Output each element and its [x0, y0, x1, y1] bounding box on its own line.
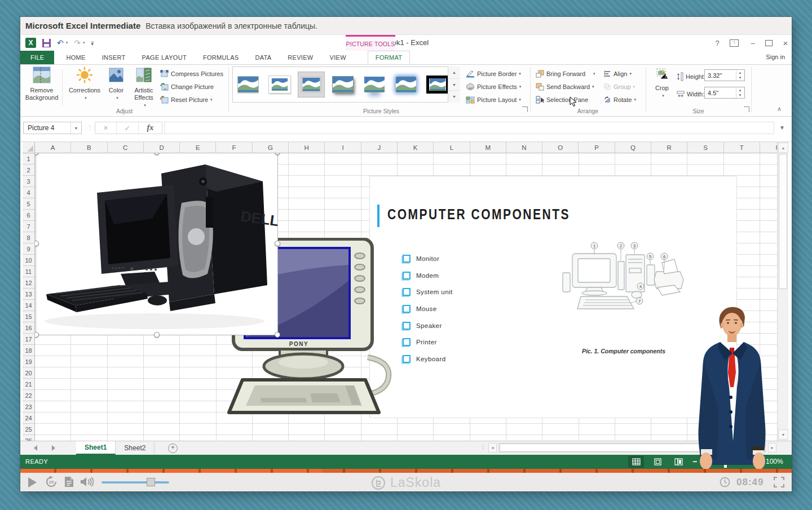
reset-picture-button[interactable]: Reset Picture ▾: [160, 94, 213, 105]
enter-icon[interactable]: ✓: [117, 122, 138, 134]
minimize-icon[interactable]: –: [747, 37, 759, 48]
sheet-tab-sheet1[interactable]: Sheet1: [76, 441, 116, 455]
gallery-more-icon[interactable]: ▼: [448, 91, 460, 103]
sheet-nav-right-icon[interactable]: [52, 445, 55, 451]
row-header-21[interactable]: 21: [23, 379, 35, 390]
column-header-T[interactable]: T: [724, 142, 760, 153]
volume-slider-track[interactable]: [102, 481, 169, 484]
ribbon-tab-formulas[interactable]: FORMULAS: [196, 51, 246, 64]
picture-styles-dialog-launcher-icon[interactable]: [522, 107, 528, 112]
height-spinner[interactable]: ▲▼: [736, 70, 744, 81]
ribbon-display-options-icon[interactable]: ↑: [728, 37, 740, 48]
collapse-ribbon-icon[interactable]: ∧: [777, 105, 782, 113]
size-dialog-launcher-icon[interactable]: [744, 107, 749, 112]
player-progress-bar[interactable]: [20, 469, 792, 473]
column-header-G[interactable]: G: [253, 142, 289, 153]
undo-icon[interactable]: ↶: [57, 39, 64, 47]
ribbon-tab-insert[interactable]: INSERT: [95, 51, 133, 64]
compress-pictures-button[interactable]: Compress Pictures: [160, 68, 223, 79]
row-header-7[interactable]: 7: [23, 221, 35, 232]
ribbon-tab-file[interactable]: FILE: [20, 51, 54, 64]
row-header-18[interactable]: 18: [23, 345, 35, 356]
redo-icon[interactable]: ↷: [74, 39, 81, 47]
scroll-up-icon[interactable]: ▲: [778, 143, 788, 153]
sheet-tab-sheet2[interactable]: Sheet2: [116, 441, 155, 455]
artistic-effects-button[interactable]: Artistic Effects ▾: [130, 66, 158, 109]
sheet-nav-left-icon[interactable]: [34, 445, 37, 451]
row-header-5[interactable]: 5: [23, 198, 35, 210]
ribbon-tab-view[interactable]: VIEW: [323, 51, 354, 64]
column-header-Q[interactable]: Q: [615, 142, 651, 153]
send-backward-button[interactable]: Send Backward ▾: [536, 81, 594, 92]
cancel-icon[interactable]: ×: [95, 122, 117, 134]
row-header-6[interactable]: 6: [23, 210, 35, 221]
undo-caret-icon[interactable]: ▾: [66, 41, 68, 45]
picture-effects-button[interactable]: Picture Effects ▾: [466, 81, 521, 92]
row-header-15[interactable]: 15: [23, 311, 35, 322]
column-header-U[interactable]: U: [760, 142, 777, 153]
picture-border-button[interactable]: Picture Border ▾: [466, 68, 521, 79]
new-sheet-icon[interactable]: +: [168, 444, 178, 453]
column-header-S[interactable]: S: [687, 142, 723, 153]
volume-slider-handle[interactable]: [147, 478, 155, 486]
corrections-button[interactable]: Corrections ▾: [68, 66, 102, 101]
formula-input[interactable]: [164, 122, 774, 134]
width-spinner[interactable]: ▲▼: [736, 88, 744, 98]
normal-view-icon[interactable]: [628, 456, 644, 468]
row-header-12[interactable]: 12: [23, 277, 35, 289]
width-input[interactable]: 4.5" ▲▼: [704, 87, 745, 99]
row-header-9[interactable]: 9: [23, 243, 35, 255]
fullscreen-icon[interactable]: [774, 477, 784, 490]
scroll-down-icon[interactable]: ▼: [778, 429, 788, 440]
name-box[interactable]: Picture 4 ▼: [23, 122, 82, 134]
column-header-B[interactable]: B: [71, 142, 107, 153]
color-button[interactable]: Color ▾: [104, 66, 129, 101]
row-header-26[interactable]: 26: [23, 435, 35, 441]
row-header-4[interactable]: 4: [23, 187, 35, 198]
ribbon-tab-data[interactable]: DATA: [248, 51, 279, 64]
transcript-icon[interactable]: [64, 476, 74, 490]
row-header-20[interactable]: 20: [23, 367, 35, 379]
customize-qat-icon[interactable]: ▾: [91, 42, 94, 46]
row-header-25[interactable]: 25: [23, 424, 35, 435]
row-header-19[interactable]: 19: [23, 356, 35, 367]
gallery-scroll-down-icon[interactable]: ▼: [448, 79, 460, 91]
close-icon[interactable]: ×: [779, 37, 792, 48]
column-header-O[interactable]: O: [542, 142, 579, 153]
change-picture-button[interactable]: Change Picture: [160, 81, 214, 92]
replay-10-icon[interactable]: 10: [45, 476, 58, 490]
vertical-scroll-thumb[interactable]: [779, 154, 787, 289]
column-header-P[interactable]: P: [579, 142, 615, 153]
page-break-view-icon[interactable]: [670, 456, 686, 468]
gallery-scroll-up-icon[interactable]: ▲: [448, 66, 460, 79]
picture-style-thumbnail-1[interactable]: [235, 72, 261, 97]
row-header-24[interactable]: 24: [23, 413, 35, 424]
sign-in-link[interactable]: Sign in: [766, 54, 785, 60]
picture-style-thumbnail-7[interactable]: [425, 72, 451, 97]
picture-layout-button[interactable]: Picture Layout ▾: [466, 94, 521, 105]
group-button[interactable]: Group ▾: [603, 81, 635, 92]
picture-style-thumbnail-3[interactable]: [298, 72, 324, 97]
tab-scroll-splitter[interactable]: ⋮: [480, 444, 486, 450]
help-icon[interactable]: ?: [711, 37, 723, 48]
crop-button[interactable]: Crop ▾: [650, 66, 674, 99]
column-header-I[interactable]: I: [325, 142, 361, 153]
ribbon-tab-page-layout[interactable]: PAGE LAYOUT: [135, 51, 194, 64]
column-header-R[interactable]: R: [651, 142, 687, 153]
align-button[interactable]: Align ▾: [603, 68, 632, 79]
expand-formula-bar-icon[interactable]: ▼: [779, 125, 785, 131]
row-header-14[interactable]: 14: [23, 300, 35, 311]
column-header-D[interactable]: D: [144, 142, 180, 153]
vertical-scrollbar[interactable]: ▲ ▼: [777, 142, 788, 441]
ribbon-tab-review[interactable]: REVIEW: [280, 51, 320, 64]
excel-app-icon[interactable]: X: [25, 38, 36, 48]
height-input[interactable]: 3.32" ▲▼: [704, 69, 745, 81]
column-header-H[interactable]: H: [289, 142, 325, 153]
hscroll-left-icon[interactable]: ◄: [488, 443, 497, 453]
column-header-J[interactable]: J: [361, 142, 398, 153]
row-header-2[interactable]: 2: [23, 165, 35, 176]
column-header-L[interactable]: L: [434, 142, 470, 153]
save-icon[interactable]: [42, 39, 51, 47]
play-icon[interactable]: [28, 477, 37, 487]
name-box-caret-icon[interactable]: ▼: [70, 122, 81, 134]
